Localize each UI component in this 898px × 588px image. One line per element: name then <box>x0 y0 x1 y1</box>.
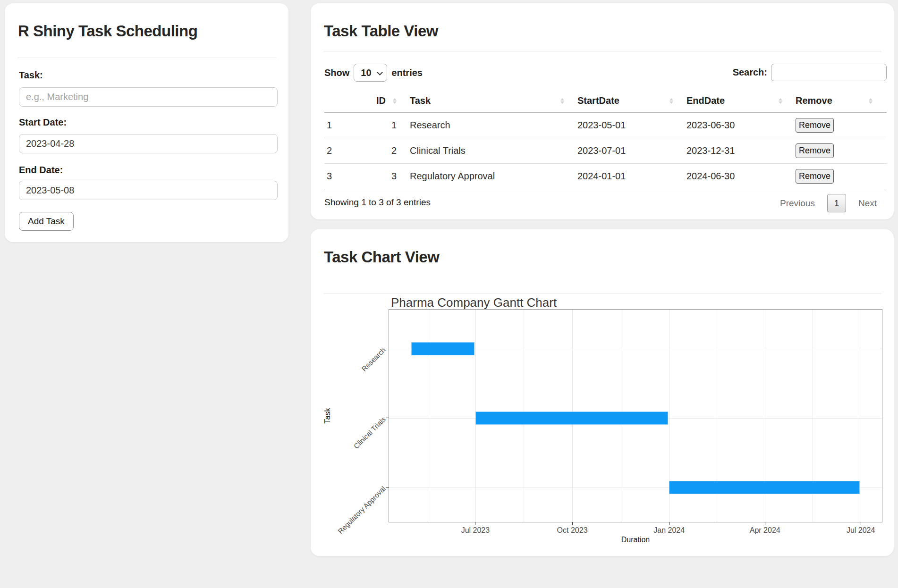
gantt-plot-area: Jul 2023Oct 2023Jan 2024Apr 2024Jul 2024… <box>389 309 882 522</box>
sort-asc-icon <box>393 96 397 101</box>
page-size-control: Show 10 entries <box>324 64 423 82</box>
divider <box>18 58 276 58</box>
y-tick-label: Regulatory Approval <box>336 484 388 536</box>
x-tick-label: Jan 2024 <box>653 526 685 535</box>
cell-startdate: 2024-01-01 <box>570 163 679 189</box>
sort-desc-icon <box>560 101 564 106</box>
cell-enddate: 2023-12-31 <box>679 138 788 163</box>
column-header-id[interactable]: ID <box>372 90 402 112</box>
column-header-task[interactable]: Task <box>402 90 570 112</box>
task-label: Task: <box>19 70 43 81</box>
end-date-input[interactable] <box>19 181 278 200</box>
show-label: Show <box>324 67 349 78</box>
gantt-chart-title: Pharma Company Gantt Chart <box>391 295 557 310</box>
gridline-major <box>861 310 861 522</box>
x-tick-mark <box>861 522 861 525</box>
start-date-label: Start Date: <box>19 117 67 128</box>
search-label: Search: <box>733 67 767 78</box>
y-tick-label: Research <box>360 345 388 374</box>
task-input[interactable] <box>19 87 278 107</box>
sort-asc-icon <box>779 96 782 101</box>
cell-enddate: 2023-06-30 <box>679 112 788 138</box>
column-header-enddate[interactable]: EndDate <box>679 90 788 112</box>
previous-page-button[interactable]: Previous <box>780 198 815 209</box>
x-tick-mark <box>765 522 765 525</box>
x-tick-mark <box>572 522 573 525</box>
gantt-bar <box>669 481 860 494</box>
x-tick-mark <box>669 522 669 525</box>
entries-label: entries <box>391 67 423 78</box>
task-table-panel: Task Table View Show 10 entries Search: <box>311 3 894 219</box>
table-header-row: ID Task StartDate EndDate Remove <box>324 90 887 112</box>
x-tick-label: Apr 2024 <box>750 526 780 535</box>
table-row: 3 3 Regulatory Approval 2024-01-01 2024-… <box>324 163 887 189</box>
start-date-input[interactable] <box>19 134 278 153</box>
table-info: Showing 1 to 3 of 3 entries <box>324 197 431 208</box>
y-axis-title: Task <box>323 406 332 425</box>
search-input[interactable] <box>771 64 887 81</box>
task-chart-panel: Task Chart View Pharma Company Gantt Cha… <box>311 229 894 556</box>
sort-asc-icon <box>560 96 564 101</box>
table-panel-title: Task Table View <box>324 22 438 40</box>
remove-task-button[interactable]: Remove <box>796 169 834 184</box>
sort-icon <box>560 96 564 106</box>
current-page-button[interactable]: 1 <box>827 194 846 212</box>
sort-desc-icon <box>669 101 673 106</box>
table-row: 1 1 Research 2023-05-01 2023-06-30 Remov… <box>324 112 887 138</box>
sort-desc-icon <box>393 101 397 106</box>
sort-icon <box>869 96 873 106</box>
sort-icon <box>779 96 782 106</box>
sort-icon <box>669 96 673 106</box>
x-tick-label: Jul 2024 <box>847 526 875 535</box>
cell-task: Regulatory Approval <box>402 163 570 189</box>
pagination: Previous 1 Next <box>780 194 877 212</box>
page-size-select-wrap: 10 <box>354 64 387 82</box>
cell-task: Clinical Trials <box>402 138 570 163</box>
cell-id: 1 <box>372 112 402 138</box>
column-header-rownames <box>324 90 372 112</box>
search-control: Search: <box>733 64 887 81</box>
row-name: 2 <box>324 138 372 163</box>
column-header-startdate[interactable]: StartDate <box>570 90 679 112</box>
gridline-minor <box>427 310 427 522</box>
sort-icon <box>393 96 397 106</box>
cell-id: 2 <box>372 138 402 163</box>
add-task-button[interactable]: Add Task <box>19 212 74 231</box>
cell-enddate: 2024-06-30 <box>679 163 788 189</box>
table-row: 2 2 Clinical Trials 2023-07-01 2023-12-3… <box>324 138 887 163</box>
page-size-select[interactable]: 10 <box>354 64 387 82</box>
sort-asc-icon <box>669 96 673 101</box>
cell-startdate: 2023-07-01 <box>570 138 679 163</box>
y-tick-mark <box>386 418 389 418</box>
scheduler-title: R Shiny Task Scheduling <box>18 22 197 40</box>
remove-task-button[interactable]: Remove <box>796 143 834 158</box>
gantt-bar <box>475 412 668 425</box>
divider <box>324 294 881 294</box>
x-tick-label: Jul 2023 <box>461 526 490 535</box>
row-name: 1 <box>324 112 372 138</box>
y-tick-mark <box>386 349 389 349</box>
divider <box>324 51 881 51</box>
sort-desc-icon <box>779 101 782 106</box>
app-root: R Shiny Task Scheduling Task: Start Date… <box>0 0 898 588</box>
chart-panel-title: Task Chart View <box>324 248 439 266</box>
cell-startdate: 2023-05-01 <box>570 112 679 138</box>
x-axis-title: Duration <box>389 536 882 544</box>
cell-task: Research <box>402 112 570 138</box>
sort-asc-icon <box>869 96 873 101</box>
x-tick-label: Oct 2023 <box>557 526 588 535</box>
sort-desc-icon <box>869 101 873 106</box>
x-tick-mark <box>475 522 475 525</box>
scheduler-panel: R Shiny Task Scheduling Task: Start Date… <box>5 3 288 242</box>
gantt-bar <box>411 342 474 355</box>
cell-id: 3 <box>372 163 402 189</box>
y-tick-mark <box>386 487 389 488</box>
next-page-button[interactable]: Next <box>858 198 877 209</box>
row-name: 3 <box>324 163 372 189</box>
column-header-remove[interactable]: Remove <box>788 90 887 112</box>
y-tick-label: Clinical Trials <box>351 415 388 451</box>
end-date-label: End Date: <box>19 165 63 176</box>
task-table: ID Task StartDate EndDate Remove 1 1 <box>324 90 887 189</box>
remove-task-button[interactable]: Remove <box>796 118 834 133</box>
